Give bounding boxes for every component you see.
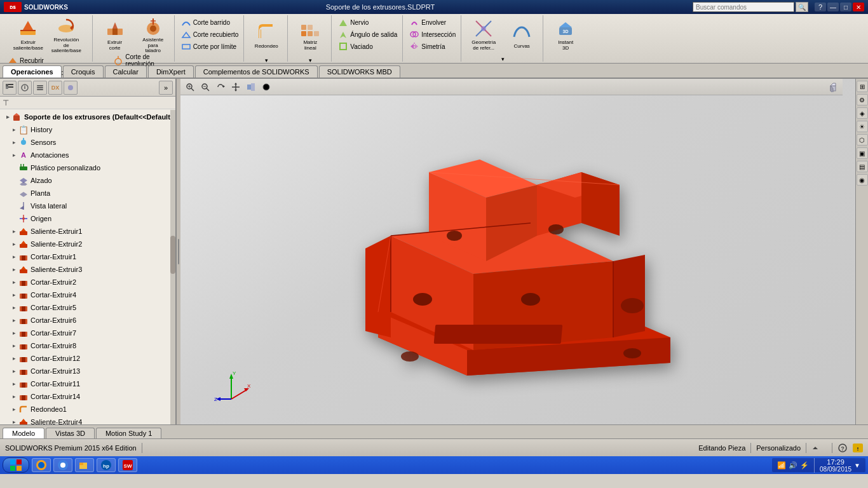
svg-rect-27 bbox=[340, 43, 346, 50]
taskbar-solidworks[interactable]: SW bbox=[118, 458, 137, 472]
tab-operaciones[interactable]: Operaciones bbox=[3, 65, 62, 78]
tree-item-cortar-extruir14[interactable]: ▸Cortar-Extruir14 bbox=[0, 390, 175, 403]
instant3d-button[interactable]: 3D Instant3D bbox=[547, 17, 584, 53]
tree-item-boss-extrude1[interactable]: ▸ Saliente-Extruir1 bbox=[0, 225, 175, 238]
zoom-out-button[interactable] bbox=[198, 81, 212, 93]
lofted-cut-button[interactable]: Corte recubierto bbox=[179, 29, 241, 40]
rib-button[interactable]: Nervio bbox=[336, 17, 400, 28]
property-tab[interactable] bbox=[18, 81, 32, 95]
panel-expand[interactable]: » bbox=[159, 81, 173, 95]
tree-item-cut-extrude1[interactable]: ▸ Cortar-Extruir1 bbox=[0, 250, 175, 263]
tab-vistas3d[interactable]: Vistas 3D bbox=[46, 428, 95, 438]
pan-button[interactable] bbox=[229, 81, 243, 93]
appearance-button[interactable]: ◈ bbox=[857, 107, 868, 119]
tree-item-cortar-extruir7[interactable]: ▸Cortar-Extruir7 bbox=[0, 327, 175, 339]
tab-modelo[interactable]: Modelo bbox=[3, 428, 44, 438]
tree-item-sensors[interactable]: ▸ Sensors bbox=[0, 136, 175, 149]
boss1-icon bbox=[18, 226, 29, 236]
view-settings-button[interactable]: ⚙ bbox=[857, 94, 868, 105]
tree-item-boss-extrude2[interactable]: ▸ Saliente-Extruir2 bbox=[0, 238, 175, 250]
view-selector-button[interactable] bbox=[244, 81, 258, 93]
feature-icon bbox=[18, 315, 29, 325]
view-cube-button[interactable] bbox=[826, 81, 840, 93]
taskbar-hp[interactable]: hp bbox=[97, 458, 116, 472]
close-button[interactable]: ✕ bbox=[853, 3, 864, 11]
tab-complementos[interactable]: Complementos de SOLIDWORKS bbox=[195, 65, 318, 78]
hole-wizard-button[interactable]: Asistenteparataladro bbox=[135, 17, 172, 53]
tree-item-boss-extrude3[interactable]: ▸ Saliente-Extruir3 bbox=[0, 263, 175, 276]
tab-mbd[interactable]: SOLIDWORKS MBD bbox=[319, 65, 400, 78]
config-tab[interactable] bbox=[33, 81, 47, 95]
tree-item-front-plane[interactable]: Alzado bbox=[0, 174, 175, 187]
linear-pattern-button[interactable]: Matrizlineal bbox=[292, 17, 329, 53]
tab-croquis[interactable]: Croquis bbox=[63, 65, 104, 78]
tree-item-cortar-extruir11[interactable]: ▸Cortar-Extruir11 bbox=[0, 377, 175, 390]
tree-item-cortar-extruir4[interactable]: ▸Cortar-Extruir4 bbox=[0, 288, 175, 301]
display-mode-button[interactable] bbox=[259, 81, 273, 93]
revolve-cut-button[interactable]: Corte derevolución bbox=[111, 55, 157, 66]
draft-button[interactable]: Ángulo de salida bbox=[336, 29, 400, 40]
feature-label: Cortar-Extruir2 bbox=[31, 278, 76, 286]
fillet-dropdown[interactable]: ▾ bbox=[262, 55, 271, 66]
taskbar-firefox[interactable] bbox=[32, 458, 51, 472]
tree-item-top-plane[interactable]: Planta bbox=[0, 187, 175, 200]
tree-item-cortar-extruir8[interactable]: ▸Cortar-Extruir8 bbox=[0, 339, 175, 352]
swept-cut-button[interactable]: Corte barrido bbox=[179, 17, 241, 28]
tree-item-redondeo1[interactable]: ▸Redondeo1 bbox=[0, 403, 175, 416]
dimxpert-tab[interactable]: DX bbox=[48, 81, 62, 95]
help-button[interactable]: ? bbox=[815, 3, 826, 11]
custom-button1[interactable]: ▣ bbox=[857, 147, 868, 159]
command-search-input[interactable] bbox=[693, 2, 794, 12]
tree-item-boss4[interactable]: ▸Saliente-Extruir4 bbox=[0, 416, 175, 424]
view-orientation-button[interactable]: ⊞ bbox=[857, 81, 868, 92]
wrap-button[interactable]: Envolver bbox=[407, 17, 458, 28]
decals-button[interactable]: ⬡ bbox=[857, 134, 868, 146]
restore-button[interactable]: □ bbox=[840, 3, 851, 11]
loft-button[interactable]: Recubrir bbox=[5, 55, 90, 66]
tree-item-cortar-extruir12[interactable]: ▸Cortar-Extruir12 bbox=[0, 352, 175, 365]
tab-calcular[interactable]: Calcular bbox=[105, 65, 147, 78]
extrude-boss-button[interactable]: Extruirsaliente/base bbox=[10, 17, 46, 53]
taskbar-chrome[interactable] bbox=[53, 458, 72, 472]
minimize-button[interactable]: — bbox=[827, 3, 839, 11]
shell-button[interactable]: Vaciado bbox=[336, 41, 400, 52]
tree-item-cortar-extruir5[interactable]: ▸Cortar-Extruir5 bbox=[0, 301, 175, 314]
3d-model-container[interactable] bbox=[212, 98, 836, 412]
tab-motion-study[interactable]: Motion Study 1 bbox=[96, 428, 161, 438]
fillet-button[interactable]: Redondeo bbox=[248, 17, 285, 53]
tree-item-cortar-extruir6[interactable]: ▸Cortar-Extruir6 bbox=[0, 314, 175, 327]
display-tab[interactable] bbox=[64, 81, 78, 95]
feature-tree-tab[interactable] bbox=[3, 81, 17, 95]
curves-button[interactable]: Curvas bbox=[503, 17, 540, 53]
custom-button2[interactable]: ▤ bbox=[857, 161, 868, 172]
start-button[interactable] bbox=[3, 458, 29, 473]
pattern-dropdown[interactable]: ▾ bbox=[306, 55, 315, 66]
svg-rect-169 bbox=[79, 463, 83, 465]
tree-item-history[interactable]: ▸ 📋 History bbox=[0, 123, 175, 136]
tree-scrollbar[interactable] bbox=[170, 110, 175, 424]
ref-geometry-button[interactable]: Geometríade refer... bbox=[465, 17, 502, 53]
zoom-fit-button[interactable] bbox=[183, 81, 197, 93]
taskbar-explorer[interactable] bbox=[75, 458, 94, 472]
search-button[interactable]: 🔍 bbox=[796, 2, 808, 12]
revolve-boss-button[interactable]: Revolucióndesaliente/base bbox=[48, 17, 85, 53]
custom-button3[interactable]: ◉ bbox=[857, 174, 868, 186]
boundary-cut-button[interactable]: Corte por límite bbox=[179, 41, 241, 52]
tree-item-origin[interactable]: Origen bbox=[0, 212, 175, 225]
3d-viewport[interactable]: Y X Z bbox=[180, 79, 855, 424]
tree-item-cortar-extruir2[interactable]: ▸Cortar-Extruir2 bbox=[0, 276, 175, 288]
tree-item-cortar-extruir13[interactable]: ▸Cortar-Extruir13 bbox=[0, 365, 175, 377]
extruded-cut-button[interactable]: Extruircorte bbox=[97, 17, 133, 53]
tree-item-right-plane[interactable]: Vista lateral bbox=[0, 200, 175, 212]
intersect-button[interactable]: Intersección bbox=[407, 29, 458, 40]
tree-scrollbar-thumb[interactable] bbox=[170, 236, 175, 274]
mirror-button[interactable]: Simetría bbox=[407, 41, 458, 52]
tree-item-material[interactable]: Plástico personalizado bbox=[0, 161, 175, 174]
tree-item-annotations[interactable]: ▸ A Anotaciones bbox=[0, 149, 175, 161]
rotate-view-button[interactable] bbox=[214, 81, 227, 93]
scenes-button[interactable]: ☀ bbox=[857, 121, 868, 132]
ref-dropdown[interactable]: ▾ bbox=[499, 55, 507, 64]
tab-dimxpert[interactable]: DimXpert bbox=[148, 65, 194, 78]
tree-root-item[interactable]: ▸ Soporte de los extrusores (Default<<De… bbox=[0, 111, 175, 123]
notification-icon[interactable]: ▼ bbox=[854, 462, 860, 469]
